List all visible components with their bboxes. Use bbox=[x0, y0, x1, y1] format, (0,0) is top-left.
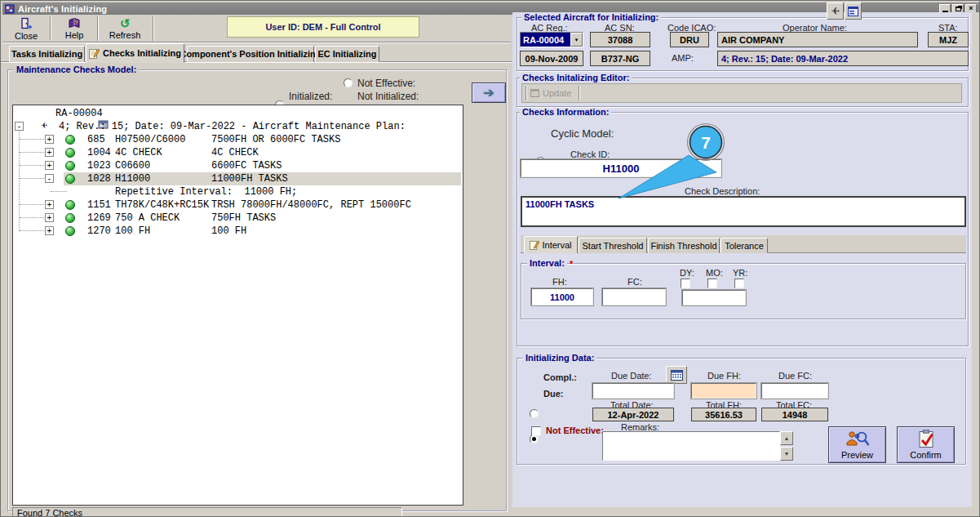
tab-checks-initializing[interactable]: Checks Initializing bbox=[86, 43, 184, 63]
tree-check-row[interactable]: + 1004 4C CHECK 4C CHECK bbox=[13, 146, 463, 159]
tree-child-row[interactable]: Repetitive Interval: 11000 FH; bbox=[13, 185, 463, 198]
toolbar-divider bbox=[2, 42, 511, 43]
check-id: 1151 bbox=[87, 199, 111, 211]
check-code: TH78K/C48K+RC15K bbox=[115, 199, 209, 211]
check-code: H11000 bbox=[115, 173, 150, 185]
expand-icon[interactable]: + bbox=[45, 161, 54, 170]
ac-sn-field: 37088 bbox=[590, 32, 650, 47]
tab-ec-initializing[interactable]: EC Initializing bbox=[315, 46, 379, 62]
compl-label: Compl.: bbox=[543, 372, 577, 382]
status-orb-icon bbox=[65, 213, 75, 223]
check-description: 6600FC TASKS bbox=[211, 160, 282, 172]
due-fh-input[interactable] bbox=[691, 383, 756, 399]
interval-calendar-input[interactable] bbox=[682, 290, 746, 305]
preview-button-label: Preview bbox=[841, 450, 873, 460]
editor-toolbar bbox=[521, 83, 962, 103]
close-button-label: Close bbox=[15, 31, 38, 41]
subtab-interval[interactable]: Interval bbox=[524, 236, 578, 253]
fc-label: FC: bbox=[627, 277, 642, 287]
check-id-input[interactable]: H11000 bbox=[521, 159, 721, 177]
due-date-input[interactable] bbox=[592, 383, 674, 399]
subtab-finish-threshold[interactable]: Finish Threshold bbox=[648, 238, 720, 253]
tree-root-row[interactable]: RA-00004 bbox=[13, 107, 463, 120]
tree-check-row[interactable]: + 1023 C06600 6600FC TASKS bbox=[13, 159, 463, 172]
expand-icon[interactable]: + bbox=[45, 148, 54, 157]
ac-reg-combobox[interactable]: RA-00004 ▼ bbox=[520, 32, 583, 47]
notepad-pencil-icon bbox=[530, 240, 539, 250]
expand-icon[interactable]: + bbox=[45, 213, 54, 222]
tree-check-row[interactable]: + 1151 TH78K/C48K+RC15K TRSH 78000FH/480… bbox=[13, 198, 463, 212]
subtab-start-threshold[interactable]: Start Threshold bbox=[579, 238, 647, 253]
check-code: 100 FH bbox=[115, 225, 150, 237]
maintenance-checks-model-title: Maintenance Checks Model: bbox=[14, 65, 139, 74]
aircraft-date-field: 09-Nov-2009 bbox=[520, 51, 583, 66]
tree-plan-row[interactable]: - ✈ 4; Rev.: 15; Date: 09-Mar-2022 - Air… bbox=[13, 120, 463, 133]
check-id-label: Check ID: bbox=[570, 149, 610, 159]
update-button[interactable]: Update bbox=[530, 86, 574, 100]
tree-check-row[interactable]: + 1270 100 FH 100 FH bbox=[13, 225, 463, 238]
arrow-down-icon: ▼ bbox=[784, 451, 790, 457]
help-book-icon: ? bbox=[68, 17, 81, 29]
interval-fh-input[interactable]: 11000 bbox=[531, 288, 593, 305]
expand-icon[interactable]: - bbox=[45, 174, 54, 183]
tab-label: Tasks Initializing bbox=[11, 49, 82, 59]
tab-components-position-initializing[interactable]: Component's Position Initializing bbox=[187, 46, 314, 62]
user-id-text: User ID: DEM - Full Control bbox=[265, 22, 380, 32]
check-code: 4C CHECK bbox=[115, 147, 162, 158]
window-title: Aircraft's Initializing bbox=[18, 4, 107, 14]
amp-label: AMP: bbox=[672, 53, 694, 63]
tab-label: Checks Initializing bbox=[103, 48, 181, 58]
move-selected-button[interactable]: ➔ bbox=[472, 82, 506, 103]
collapse-icon[interactable]: - bbox=[15, 122, 24, 131]
preview-button[interactable]: Preview bbox=[828, 426, 886, 463]
status-orb-icon bbox=[65, 174, 75, 184]
confirm-button[interactable]: Confirm bbox=[897, 426, 955, 463]
check-id: 685 bbox=[87, 134, 105, 145]
due-fc-label: Due FC: bbox=[778, 371, 812, 381]
refresh-button-label: Refresh bbox=[109, 30, 141, 40]
help-button[interactable]: ? Help bbox=[55, 16, 94, 42]
form-tool-button[interactable] bbox=[845, 2, 862, 20]
subtab-tolerance[interactable]: Tolerance bbox=[721, 238, 768, 253]
tab-label: Component's Position Initializing bbox=[180, 49, 321, 59]
check-description-box[interactable]: 11000FH TASKS bbox=[521, 196, 966, 227]
mo-checkbox[interactable] bbox=[707, 279, 717, 288]
close-button[interactable]: Close bbox=[6, 16, 47, 42]
expand-icon[interactable]: + bbox=[45, 226, 54, 235]
remarks-scroll-down-button[interactable]: ▼ bbox=[780, 447, 793, 461]
ac-reg-dropdown-button[interactable]: ▼ bbox=[570, 33, 583, 47]
aircraft-tool-button[interactable]: ✈ bbox=[827, 2, 844, 20]
calendar-button[interactable] bbox=[666, 366, 687, 384]
due-fh-label: Due FH: bbox=[707, 371, 741, 381]
remarks-scroll-up-button[interactable]: ▲ bbox=[780, 431, 793, 445]
subtab-label: Interval bbox=[542, 240, 571, 250]
tab-tasks-initializing[interactable]: Tasks Initializing bbox=[9, 46, 85, 62]
tree-root-label: RA-00004 bbox=[55, 108, 103, 119]
check-description: 4C CHECK bbox=[211, 147, 259, 158]
chevron-down-icon: ▼ bbox=[574, 38, 579, 42]
check-description: 7500FH OR 6000FC TASKS bbox=[211, 134, 340, 145]
dy-checkbox[interactable] bbox=[681, 279, 690, 288]
remarks-textarea[interactable] bbox=[602, 431, 780, 461]
tree-check-row[interactable]: + 1269 750 A CHECK 750FH TASKS bbox=[13, 212, 463, 225]
due-fc-input[interactable] bbox=[761, 383, 828, 399]
calendar-icon bbox=[671, 370, 683, 381]
app-icon bbox=[5, 4, 15, 14]
notepad-pencil-icon bbox=[89, 48, 100, 59]
expand-icon[interactable]: + bbox=[45, 200, 54, 209]
not-effective-checkbox[interactable] bbox=[531, 426, 541, 436]
cyclic-model-label: Cyclic Model: bbox=[551, 127, 614, 140]
radio-not-effective[interactable] bbox=[344, 78, 353, 87]
yr-checkbox[interactable] bbox=[734, 279, 744, 288]
radio-initialized-label: Initialized: bbox=[289, 91, 332, 102]
interval-fc-input[interactable] bbox=[602, 288, 666, 305]
radio-compl[interactable] bbox=[530, 409, 539, 418]
total-fh-field: 35616.53 bbox=[691, 408, 756, 421]
expand-icon[interactable]: + bbox=[45, 135, 54, 144]
not-effective-label: Not Effective: bbox=[546, 426, 604, 435]
bottom-margin-strip bbox=[512, 507, 980, 517]
check-id: 1269 bbox=[87, 212, 111, 224]
refresh-button[interactable]: ↻ Refresh bbox=[102, 16, 148, 42]
toolbar-separator bbox=[579, 86, 580, 100]
tree-check-row[interactable]: - 1028 H11000 11000FH TASKS bbox=[13, 172, 463, 185]
